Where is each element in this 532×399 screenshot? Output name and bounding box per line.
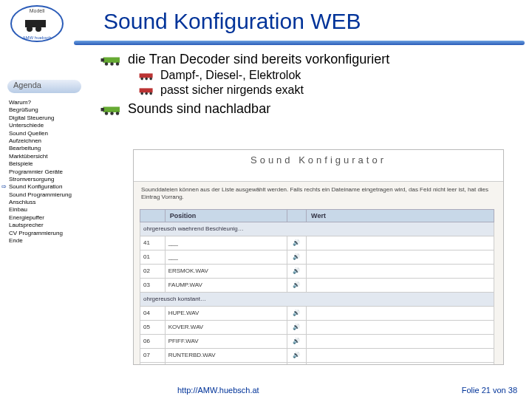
agenda-item: Digital Steuerung: [9, 115, 90, 122]
speaker-icon[interactable]: 🔊: [287, 250, 306, 264]
agenda-item: Sound Programmierung: [9, 191, 90, 199]
agenda-header: Agenda: [7, 80, 81, 93]
title-divider: [74, 41, 525, 45]
svg-point-4: [35, 26, 41, 32]
agenda-item: Lautsprecher: [9, 222, 90, 229]
group-header: ohrgereusch konstant…: [140, 292, 494, 306]
dropdown[interactable]: ___: [165, 236, 287, 250]
bullet-level1: Sounds sind nachladbar: [100, 101, 525, 117]
speaker-icon[interactable]: 🔊: [287, 236, 306, 250]
dropdown[interactable]: ___: [165, 250, 287, 264]
svg-text:AMW huebsch: AMW huebsch: [22, 35, 51, 40]
agenda-item: Sound Quellen: [9, 130, 90, 137]
value-input[interactable]: [307, 348, 494, 362]
locomotive-icon: [137, 72, 154, 81]
svg-point-20: [105, 112, 109, 115]
locomotive-icon: [100, 55, 122, 66]
svg-rect-19: [103, 107, 120, 113]
value-input[interactable]: [307, 236, 494, 250]
locomotive-icon: [100, 104, 122, 116]
table-row: 05KOVER.WAV🔊: [140, 320, 494, 334]
table-row: 02ERSMOK.WAV🔊: [140, 264, 494, 278]
locomotive-icon: [137, 86, 154, 95]
config-table: Position Wert ohrgereusch waehrend Besch…: [140, 209, 494, 365]
dropdown[interactable]: PFIFF.WAV: [165, 334, 287, 348]
svg-point-14: [149, 78, 152, 81]
col-wert: Wert: [307, 209, 494, 222]
agenda-item: Einbau: [9, 206, 90, 214]
svg-point-3: [27, 26, 33, 32]
agenda-item: Begrüßung: [9, 106, 90, 114]
content-area: die Tran Decoder sind bereits vorkonfigu…: [100, 52, 525, 118]
footer-page: Folie 21 von 38: [462, 386, 517, 395]
speaker-icon[interactable]: 🔊: [287, 320, 306, 334]
svg-point-8: [110, 62, 114, 66]
table-row: 41___🔊: [140, 236, 494, 250]
value-input[interactable]: [307, 250, 494, 264]
svg-rect-6: [103, 58, 120, 64]
agenda-sidebar: Warum? Begrüßung Digital Steuerung Unter…: [9, 99, 90, 245]
dropdown[interactable]: KOVER.WAV: [165, 320, 287, 334]
speaker-icon[interactable]: 🔊: [287, 348, 306, 362]
footer-url: http://AMW.huebsch.at: [177, 386, 259, 395]
amw-logo: Modell AMW huebsch: [7, 4, 66, 44]
app-title: Sound Konfigurator: [134, 150, 503, 182]
bullet-level2: Dampf-, Diesel-, Elektrolok: [137, 69, 525, 82]
agenda-item: Bearbeitung: [9, 145, 90, 152]
speaker-icon[interactable]: 🔊: [287, 264, 306, 278]
bullet-text: passt sicher nirgends exakt: [160, 83, 304, 97]
value-input[interactable]: [307, 334, 494, 348]
svg-rect-23: [101, 108, 105, 112]
svg-rect-11: [140, 73, 153, 78]
col-position: Position: [165, 209, 287, 222]
dropdown[interactable]: FAUMP.WAV: [165, 278, 287, 292]
dropdown[interactable]: STAND.WAV: [165, 362, 287, 365]
col-index: [140, 209, 166, 222]
agenda-item: Stromversorgung: [9, 176, 90, 183]
svg-rect-10: [101, 58, 105, 62]
svg-text:Modell: Modell: [30, 8, 45, 13]
svg-point-17: [145, 92, 148, 95]
table-row: 01___🔊: [140, 250, 494, 264]
svg-rect-15: [140, 88, 153, 92]
table-row: 07RUNTERBD.WAV🔊: [140, 348, 494, 362]
svg-point-12: [140, 78, 143, 81]
value-input[interactable]: [307, 264, 494, 278]
svg-point-21: [110, 112, 114, 115]
table-row: 08STAND.WAV🔊: [140, 362, 494, 365]
footer: http://AMW.huebsch.at Folie 21 von 38: [0, 386, 532, 395]
speaker-icon[interactable]: 🔊: [287, 334, 306, 348]
table-row: 04HUPE.WAV🔊: [140, 306, 494, 320]
agenda-item: Programmier Geräte: [9, 168, 90, 176]
bullet-text: Sounds sind nachladbar: [128, 101, 270, 117]
col-play: [287, 209, 306, 222]
dropdown[interactable]: HUPE.WAV: [165, 306, 287, 320]
svg-point-18: [149, 92, 152, 95]
speaker-icon[interactable]: 🔊: [287, 362, 306, 365]
slide: Modell AMW huebsch Sound Konfiguration W…: [0, 0, 532, 399]
agenda-item: Energiepuffer: [9, 214, 90, 222]
dropdown[interactable]: RUNTERBD.WAV: [165, 348, 287, 362]
table-row: 06PFIFF.WAV🔊: [140, 334, 494, 348]
agenda-item: Beispiele: [9, 160, 90, 168]
speaker-icon[interactable]: 🔊: [287, 278, 306, 292]
value-input[interactable]: [307, 278, 494, 292]
svg-point-7: [105, 62, 109, 66]
agenda-item: Warum?: [9, 99, 90, 106]
description-text: Sounddateien können aus der Liste ausgew…: [134, 182, 503, 206]
agenda-item: Ende: [9, 237, 90, 245]
bullet-text: die Tran Decoder sind bereits vorkonfigu…: [128, 52, 389, 67]
svg-point-22: [116, 112, 120, 115]
svg-point-16: [140, 92, 143, 95]
value-input[interactable]: [307, 362, 494, 365]
agenda-item-current: Sound Konfiguration: [9, 183, 90, 191]
value-input[interactable]: [307, 306, 494, 320]
svg-point-9: [116, 62, 120, 66]
slide-title: Sound Konfiguration WEB: [103, 9, 361, 34]
agenda-item: Aufzeichnen: [9, 137, 90, 145]
dropdown[interactable]: ERSMOK.WAV: [165, 264, 287, 278]
bullet-level2: passt sicher nirgends exakt: [137, 83, 525, 97]
embedded-screenshot: Sound Konfigurator Sounddateien können a…: [133, 149, 504, 365]
speaker-icon[interactable]: 🔊: [287, 306, 306, 320]
value-input[interactable]: [307, 320, 494, 334]
